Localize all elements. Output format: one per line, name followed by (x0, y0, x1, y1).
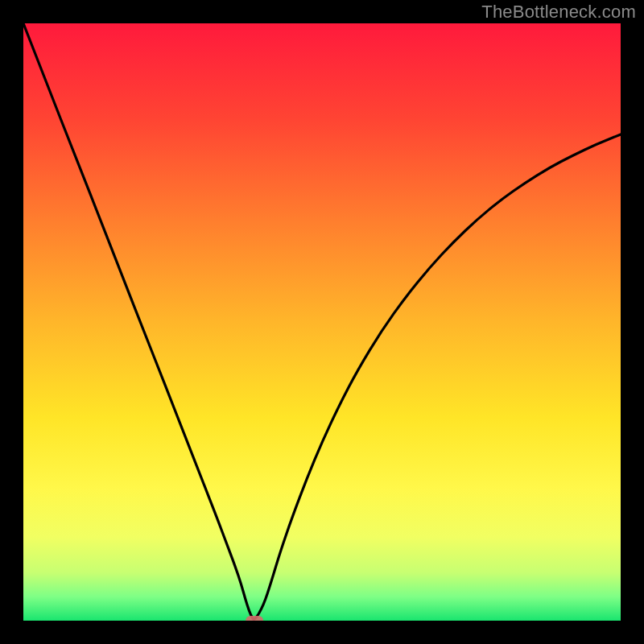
chart-svg (23, 23, 621, 621)
min-marker (246, 616, 263, 621)
gradient-background (23, 23, 621, 621)
svg-rect-0 (246, 616, 263, 621)
watermark-text: TheBottleneck.com (481, 2, 636, 23)
chart-plot-area (23, 23, 621, 621)
